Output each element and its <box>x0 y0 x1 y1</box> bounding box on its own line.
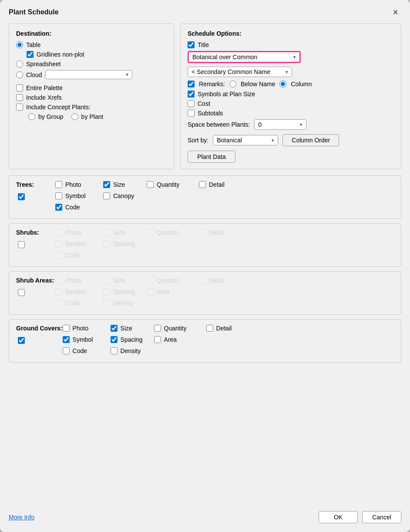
shrubs-quantity-checkbox[interactable] <box>147 229 154 236</box>
trees-quantity-row: Quantity <box>147 181 199 188</box>
shrub-areas-spacing-checkbox[interactable] <box>103 288 110 295</box>
space-dropdown[interactable]: 0 ▾ <box>254 119 306 130</box>
symbols-row: Symbols at Plan Size <box>188 91 394 98</box>
remarks-checkbox[interactable] <box>188 81 195 88</box>
column-radio[interactable] <box>279 81 286 88</box>
gc-code-label: Code <box>73 347 87 354</box>
shrub-areas-density-label: Density <box>113 300 134 306</box>
shrub-areas-detail-row: Detail <box>199 277 238 284</box>
by-group-radio[interactable] <box>28 113 35 120</box>
cloud-radio[interactable] <box>16 71 23 78</box>
gc-spacing-row: Spacing <box>111 336 154 343</box>
shrub-areas-col3: Quantity Area <box>147 277 199 298</box>
trees-detail-label: Detail <box>209 181 225 188</box>
shrubs-spacing-checkbox[interactable] <box>103 240 110 247</box>
include-concept-checkbox[interactable] <box>16 104 23 111</box>
gc-photo-row: Photo <box>63 325 111 332</box>
trees-detail-checkbox[interactable] <box>199 181 206 188</box>
gridlines-checkbox[interactable] <box>27 51 34 58</box>
shrub-areas-area-label: Area <box>157 288 170 295</box>
trees-detail-row: Detail <box>199 181 238 188</box>
trees-quantity-checkbox[interactable] <box>147 181 154 188</box>
concept-sub-row: by Group by Plant <box>28 113 167 120</box>
shrub-areas-size-checkbox[interactable] <box>103 277 110 284</box>
shrub-areas-symbol-checkbox[interactable] <box>55 288 62 295</box>
ground-covers-main-checkbox[interactable] <box>18 337 25 344</box>
trees-symbol-checkbox[interactable] <box>55 192 62 199</box>
gc-code-checkbox[interactable] <box>63 347 70 354</box>
trees-size-checkbox[interactable] <box>103 181 110 188</box>
gc-size-row: Size <box>111 325 154 332</box>
top-panels: Destination: Table Gridlines non-plot Sp… <box>9 24 401 169</box>
shrub-areas-quantity-row: Quantity <box>147 277 199 284</box>
shrub-areas-density-checkbox[interactable] <box>103 300 110 306</box>
botanical-dropdown[interactable]: Botanical over Common ▾ <box>188 51 301 63</box>
shrubs-symbol-checkbox[interactable] <box>55 240 62 247</box>
shrubs-size-checkbox[interactable] <box>103 229 110 236</box>
secondary-dropdown-value: < Secondary Common Name <box>192 68 270 75</box>
more-info-button[interactable]: More Info <box>9 514 34 521</box>
symbols-checkbox[interactable] <box>188 91 195 98</box>
trees-code-label: Code <box>65 204 80 211</box>
shrub-areas-spacing-label: Spacing <box>113 288 135 295</box>
shrub-areas-main-checkbox[interactable] <box>18 289 25 296</box>
gc-density-checkbox[interactable] <box>111 347 118 354</box>
shrubs-detail-label: Detail <box>209 229 225 236</box>
gc-size-checkbox[interactable] <box>111 325 118 332</box>
shrub-areas-area-row: Area <box>147 288 199 295</box>
destination-panel: Destination: Table Gridlines non-plot Sp… <box>9 24 174 169</box>
trees-code-checkbox[interactable] <box>55 204 62 211</box>
gc-col2: Size Spacing Density <box>111 325 154 357</box>
shrubs-photo-checkbox[interactable] <box>55 229 62 236</box>
gc-quantity-label: Quantity <box>164 325 187 332</box>
gc-quantity-checkbox[interactable] <box>154 325 161 332</box>
subtotals-checkbox[interactable] <box>188 110 195 117</box>
column-order-button[interactable]: Column Order <box>282 134 339 146</box>
ground-covers-main: Ground Covers: <box>16 325 63 344</box>
plant-data-button[interactable]: Plant Data <box>188 151 235 163</box>
column-label: Column <box>291 81 312 88</box>
cost-checkbox[interactable] <box>188 100 195 107</box>
trees-canopy-checkbox[interactable] <box>103 192 110 199</box>
shrubs-detail-checkbox[interactable] <box>199 229 206 236</box>
shrubs-code-checkbox[interactable] <box>55 252 62 259</box>
gc-photo-checkbox[interactable] <box>63 325 70 332</box>
shrubs-spacing-row: Spacing <box>103 240 147 247</box>
cancel-button[interactable]: Cancel <box>362 511 401 523</box>
trees-photo-label: Photo <box>65 181 81 188</box>
table-radio[interactable] <box>16 41 23 48</box>
below-name-radio[interactable] <box>229 81 236 88</box>
ok-button[interactable]: OK <box>319 511 358 523</box>
shrub-areas-photo-checkbox[interactable] <box>55 277 62 284</box>
shrubs-size-label: Size <box>113 229 125 236</box>
shrubs-col2: Size Spacing <box>103 229 147 250</box>
include-xrefs-row: Include Xrefs <box>16 94 167 101</box>
gc-detail-checkbox[interactable] <box>206 325 213 332</box>
include-xrefs-checkbox[interactable] <box>16 94 23 101</box>
close-button[interactable]: ✕ <box>389 6 401 18</box>
shrub-areas-area-checkbox[interactable] <box>147 288 154 295</box>
sort-dropdown[interactable]: Botanical ▾ <box>213 135 278 145</box>
secondary-dropdown[interactable]: < Secondary Common Name ▾ <box>188 67 292 77</box>
cloud-dropdown[interactable]: ▾ <box>45 70 132 79</box>
shrub-areas-code-checkbox[interactable] <box>55 300 62 306</box>
gc-spacing-checkbox[interactable] <box>111 336 118 343</box>
include-xrefs-label: Include Xrefs <box>26 94 62 101</box>
shrubs-quantity-label: Quantity <box>157 229 179 236</box>
by-plant-radio[interactable] <box>71 113 78 120</box>
trees-col2: Size Canopy <box>103 181 147 202</box>
shrubs-main-checkbox[interactable] <box>18 241 25 248</box>
trees-photo-checkbox[interactable] <box>55 181 62 188</box>
gridlines-label: Gridlines non-plot <box>37 51 84 58</box>
sort-value: Botanical <box>217 137 242 144</box>
entire-palette-checkbox[interactable] <box>16 84 23 91</box>
trees-main-checkbox[interactable] <box>18 193 25 200</box>
spreadsheet-radio[interactable] <box>16 61 23 67</box>
shrub-areas-quantity-checkbox[interactable] <box>147 277 154 284</box>
shrub-areas-detail-label: Detail <box>209 277 225 284</box>
shrub-areas-detail-checkbox[interactable] <box>199 277 206 284</box>
gc-area-checkbox[interactable] <box>154 336 161 343</box>
gc-symbol-checkbox[interactable] <box>63 336 70 343</box>
title-checkbox[interactable] <box>188 41 195 48</box>
shrubs-photo-label: Photo <box>65 229 81 236</box>
